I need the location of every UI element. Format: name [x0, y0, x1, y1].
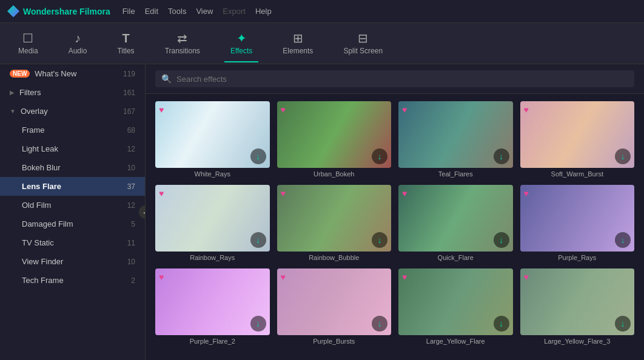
sidebar-count-view-finder: 10	[127, 258, 135, 266]
effect-thumb-purple-bursts: ♥ ↓	[277, 268, 392, 335]
search-icon: 🔍	[161, 74, 172, 84]
effect-thumb-large-yellow: ♥ ↓	[398, 268, 513, 335]
effect-card-rainbow-rays[interactable]: ♥ ↓ Rainbow_Rays	[155, 185, 270, 261]
effect-name-large-yellow-flare3: Large_Yellow_Flare_3	[520, 338, 635, 345]
transitions-icon: ⇄	[177, 32, 187, 44]
heart-icon-urban-bokeh: ♥	[281, 105, 286, 115]
sidebar-label-overlay: Overlay	[21, 107, 48, 116]
sidebar-item-frame[interactable]: Frame 68	[0, 121, 145, 139]
sidebar-left-damaged-film: Damaged Film	[22, 219, 73, 228]
sidebar-label-tech-frame: Tech Frame	[22, 276, 64, 285]
effect-card-teal-flares[interactable]: ♥ ↓ Teal_Flares	[398, 101, 513, 178]
heart-icon-purple-bursts: ♥	[281, 272, 286, 282]
sidebar-item-filters[interactable]: ▶ Filters 161	[0, 83, 145, 102]
effect-name-large-yellow-flare: Large_Yellow_Flare	[398, 338, 513, 345]
sidebar-left-bokeh-blur: Bokeh Blur	[22, 163, 61, 172]
menu-edit[interactable]: Edit	[145, 7, 158, 16]
tab-elements[interactable]: ⊞ Elements	[277, 28, 319, 59]
sidebar-item-lens-flare[interactable]: Lens Flare 37	[0, 177, 145, 196]
effect-card-urban-bokeh[interactable]: ♥ ↓ Urban_Bokeh	[277, 101, 392, 178]
sidebar-left-lens-flare: Lens Flare	[22, 182, 61, 191]
effect-card-purple-rays[interactable]: ♥ ↓ Purple_Rays	[520, 185, 635, 261]
sidebar-count-whats-new: 119	[123, 70, 135, 78]
tab-audio[interactable]: ♪ Audio	[62, 28, 93, 59]
sidebar-left-old-film: Old Film	[22, 201, 51, 210]
effect-card-purple-flare2[interactable]: ♥ ↓ Purple_Flare_2	[155, 268, 270, 345]
sidebar-label-bokeh-blur: Bokeh Blur	[22, 163, 61, 172]
effect-name-purple-bursts: Purple_Bursts	[277, 338, 392, 345]
tab-effects-label: Effects	[230, 47, 252, 55]
download-button-purple-bursts[interactable]: ↓	[372, 316, 387, 332]
menu-help[interactable]: Help	[255, 7, 272, 16]
tab-transitions[interactable]: ⇄ Transitions	[159, 28, 206, 59]
sidebar-item-old-film[interactable]: Old Film 12	[0, 196, 145, 215]
sidebar-label-damaged-film: Damaged Film	[22, 219, 73, 228]
sidebar-item-bokeh-blur[interactable]: Bokeh Blur 10	[0, 158, 145, 177]
menu-export[interactable]: Export	[223, 7, 246, 16]
effect-name-urban-bokeh: Urban_Bokeh	[277, 170, 392, 178]
menu-tools[interactable]: Tools	[168, 7, 186, 16]
sidebar-count-light-leak: 12	[127, 145, 135, 153]
effect-card-rainbow-bubble[interactable]: ♥ ↓ Rainbow_Bubble	[277, 185, 392, 261]
search-bar: 🔍	[146, 64, 644, 94]
sidebar-item-tv-static[interactable]: TV Static 11	[0, 233, 145, 252]
sidebar-count-bokeh-blur: 10	[127, 164, 135, 172]
effects-grid: ♥ ↓ White_Rays ♥ ↓ Urban_Bokeh ♥ ↓ Te	[146, 94, 644, 360]
effect-card-white-rays[interactable]: ♥ ↓ White_Rays	[155, 101, 270, 178]
sidebar-label-frame: Frame	[22, 125, 45, 135]
download-button-soft-warm[interactable]: ↓	[615, 148, 631, 164]
sidebar-item-whats-new[interactable]: NEW What's New 119	[0, 64, 145, 83]
sidebar-item-damaged-film[interactable]: Damaged Film 5	[0, 215, 145, 233]
sidebar-left-overlay: ▼ Overlay	[10, 107, 48, 116]
sidebar-left-tv-static: TV Static	[22, 238, 54, 247]
download-button-purple-flare2[interactable]: ↓	[250, 316, 266, 332]
sidebar-label-view-finder: View Finder	[22, 257, 63, 266]
sidebar-item-overlay[interactable]: ▼ Overlay 167	[0, 102, 145, 121]
heart-icon-soft-warm: ♥	[524, 105, 529, 115]
effect-card-large-yellow-flare3[interactable]: ♥ ↓ Large_Yellow_Flare_3	[520, 268, 635, 345]
download-button-teal-flares[interactable]: ↓	[494, 148, 509, 164]
download-button-purple-rays[interactable]: ↓	[615, 232, 631, 248]
effect-name-rainbow-rays: Rainbow_Rays	[155, 254, 270, 261]
download-button-white-rays[interactable]: ↓	[250, 148, 266, 164]
effect-name-quick-flare: Quick_Flare	[398, 254, 513, 261]
heart-icon-large-yellow: ♥	[402, 272, 407, 282]
sidebar-item-light-leak[interactable]: Light Leak 12	[0, 139, 145, 158]
download-button-large-yellow3[interactable]: ↓	[615, 316, 631, 332]
download-button-rainbow-bubble[interactable]: ↓	[372, 232, 387, 248]
tab-media[interactable]: ☐ Media	[12, 28, 44, 59]
tab-splitscreen[interactable]: ⊟ Split Screen	[337, 28, 389, 59]
tab-splitscreen-label: Split Screen	[343, 47, 383, 55]
effect-card-soft-warm-burst[interactable]: ♥ ↓ Soft_Warm_Burst	[520, 101, 635, 178]
heart-icon-quick-flare: ♥	[402, 188, 407, 198]
effect-thumb-teal-flares: ♥ ↓	[398, 101, 513, 168]
download-button-quick-flare[interactable]: ↓	[494, 232, 509, 248]
menu-view[interactable]: View	[196, 7, 213, 16]
effect-name-purple-rays: Purple_Rays	[520, 254, 635, 261]
sidebar-label-tv-static: TV Static	[22, 238, 54, 247]
main-layout: NEW What's New 119 ▶ Filters 161 ▼ Overl…	[0, 64, 644, 360]
sidebar-count-lens-flare: 37	[127, 182, 135, 191]
tab-titles[interactable]: T Titles	[111, 28, 140, 59]
download-button-rainbow-rays[interactable]: ↓	[250, 232, 266, 248]
sidebar-item-tech-frame[interactable]: Tech Frame 2	[0, 271, 145, 290]
sidebar-count-tech-frame: 2	[131, 276, 135, 285]
app-logo-icon	[7, 5, 19, 18]
effect-card-large-yellow-flare[interactable]: ♥ ↓ Large_Yellow_Flare	[398, 268, 513, 345]
sidebar-item-view-finder[interactable]: View Finder 10	[0, 252, 145, 271]
download-button-urban-bokeh[interactable]: ↓	[372, 148, 387, 164]
tab-elements-label: Elements	[283, 47, 313, 55]
sidebar-count-frame: 68	[127, 126, 135, 135]
effect-thumb-rainbow-rays: ♥ ↓	[155, 185, 270, 252]
sidebar-left-view-finder: View Finder	[22, 257, 63, 266]
effect-card-quick-flare[interactable]: ♥ ↓ Quick_Flare	[398, 185, 513, 261]
menu-file[interactable]: File	[122, 7, 135, 16]
search-input[interactable]	[176, 75, 628, 84]
tab-effects[interactable]: ✦ Effects	[224, 28, 258, 59]
effect-card-purple-bursts[interactable]: ♥ ↓ Purple_Bursts	[277, 268, 392, 345]
titlebar: Wondershare Filmora File Edit Tools View…	[0, 0, 644, 23]
menu-bar: File Edit Tools View Export Help	[122, 7, 272, 16]
download-button-large-yellow[interactable]: ↓	[494, 316, 509, 332]
tab-audio-label: Audio	[69, 47, 87, 55]
effect-name-white-rays: White_Rays	[155, 170, 270, 178]
